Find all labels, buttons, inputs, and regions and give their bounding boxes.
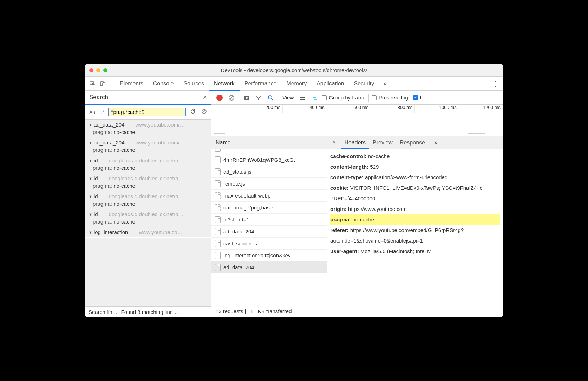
search-result[interactable]: ▼ ad_data_204 — www.youtube.com/…pragma:… xyxy=(85,137,211,155)
request-name: ad_status.js xyxy=(223,169,251,175)
request-row[interactable]: ad_data_204 xyxy=(211,226,327,238)
header-line[interactable]: referer: https://www.youtube.com/embed/G… xyxy=(330,225,500,246)
search-result[interactable]: ▼ id — googleads.g.doubleclick.net/p…pra… xyxy=(85,155,211,173)
header-line[interactable]: content-length: 529 xyxy=(330,162,500,172)
request-name: cast_sender.js xyxy=(223,240,257,246)
result-header-key: pragma: xyxy=(93,219,112,225)
request-row[interactable]: cast_sender.js xyxy=(211,238,327,250)
search-result[interactable]: ▼ id — googleads.g.doubleclick.net/p…pra… xyxy=(85,173,211,191)
request-name: remote.js xyxy=(223,181,245,187)
header-value: application/x-www-form-urlencoded xyxy=(365,174,447,180)
request-name: ad_data_204 xyxy=(223,264,254,270)
request-row[interactable]: ad_status.js xyxy=(211,166,327,178)
result-url: www.youtube.com/… xyxy=(135,140,185,146)
header-key: referer: xyxy=(330,227,349,233)
header-value: no-cache xyxy=(352,217,374,222)
search-result[interactable]: ▼ id — googleads.g.doubleclick.net/p…pra… xyxy=(85,191,211,209)
group-by-frame-label: Group by frame xyxy=(329,95,365,101)
request-row[interactable]: 4mrRnEPnWo81qWPG8_xcG… xyxy=(211,154,327,166)
settings-menu-button[interactable]: ⋮ xyxy=(491,79,500,88)
search-result[interactable]: ▼ id — googleads.g.doubleclick.net/p…pra… xyxy=(85,209,211,227)
search-panel: Search × Aa .* ▼ ad_data_204 — www.youtu… xyxy=(85,91,211,317)
timeline-activity-bar xyxy=(468,133,485,134)
header-line[interactable]: pragma: no-cache xyxy=(330,214,500,225)
search-icon[interactable] xyxy=(266,93,275,102)
network-toolbar: View: Group by frame Preserve log ✓ xyxy=(211,91,503,105)
group-by-frame-checkbox[interactable]: Group by frame xyxy=(322,95,365,101)
search-results-list: ▼ ad_data_204 — www.youtube.com/…pragma:… xyxy=(85,120,211,306)
tab-performance[interactable]: Performance xyxy=(240,77,282,91)
close-icon[interactable]: × xyxy=(203,93,207,101)
maximize-window-button[interactable] xyxy=(103,68,107,72)
request-row[interactable]: remote.js xyxy=(211,178,327,190)
search-result[interactable]: ▼ log_interaction — www.youtube.co… xyxy=(85,227,211,238)
request-row[interactable]: data:image/png;base… xyxy=(211,202,327,214)
minimize-window-button[interactable] xyxy=(96,68,100,72)
detail-tab-response[interactable]: Response xyxy=(396,136,429,149)
header-value: Mozilla/5.0 (Macintosh; Intel M xyxy=(360,248,432,254)
name-column-header[interactable]: Name xyxy=(211,136,327,149)
result-header-key: pragma: xyxy=(93,129,112,135)
list-view-icon[interactable] xyxy=(298,93,307,102)
header-line[interactable]: cookie: VISITOR_INFO1_LIVE=dDk0-xTswPs; … xyxy=(330,183,500,204)
timeline-tick: 400 ms xyxy=(283,105,327,113)
svg-rect-13 xyxy=(300,97,301,98)
svg-rect-14 xyxy=(301,97,305,98)
file-icon xyxy=(215,156,221,163)
tab-network[interactable]: Network xyxy=(209,77,240,91)
detail-tab-headers[interactable]: Headers xyxy=(341,136,369,149)
header-line[interactable]: user-agent: Mozilla/5.0 (Macintosh; Inte… xyxy=(330,246,500,257)
tab-application[interactable]: Application xyxy=(312,77,349,91)
screenshot-icon[interactable] xyxy=(242,93,251,102)
more-detail-tabs-button[interactable]: » xyxy=(431,139,440,146)
tab-security[interactable]: Security xyxy=(349,77,379,91)
waterfall-view-icon[interactable] xyxy=(310,93,319,102)
device-toggle-icon[interactable] xyxy=(98,79,107,88)
detail-tab-preview[interactable]: Preview xyxy=(369,136,396,149)
result-header-value: no-cache xyxy=(113,219,135,225)
chevron-down-icon: ▼ xyxy=(89,230,92,234)
timeline-tick: 200 ms xyxy=(239,105,283,113)
disable-cache-checkbox[interactable]: ✓ D xyxy=(413,95,422,101)
search-result[interactable]: ▼ ad_data_204 — www.youtube.com/…pragma:… xyxy=(85,120,211,137)
preserve-log-checkbox[interactable]: Preserve log xyxy=(372,95,408,101)
more-tabs-button[interactable]: » xyxy=(380,80,390,87)
file-icon xyxy=(215,149,221,152)
request-name: log_interaction?alt=json&key… xyxy=(223,252,296,258)
tab-elements[interactable]: Elements xyxy=(115,77,148,91)
header-line[interactable]: cache-control: no-cache xyxy=(330,151,500,162)
regex-toggle[interactable]: .* xyxy=(99,109,105,116)
refresh-icon[interactable] xyxy=(189,109,197,116)
clear-icon[interactable] xyxy=(200,109,208,116)
tab-console[interactable]: Console xyxy=(148,77,179,91)
search-input[interactable] xyxy=(108,108,186,116)
request-row[interactable] xyxy=(211,149,327,154)
clear-button[interactable] xyxy=(227,93,236,102)
svg-line-4 xyxy=(203,110,205,113)
svg-rect-2 xyxy=(103,83,105,86)
request-row[interactable]: maxresdefault.webp xyxy=(211,190,327,202)
inspect-element-icon[interactable] xyxy=(88,79,97,88)
svg-line-6 xyxy=(230,96,233,99)
svg-point-9 xyxy=(268,96,272,99)
header-line[interactable]: origin: https://www.youtube.com xyxy=(330,204,500,214)
request-row[interactable]: id?slf_rd=1 xyxy=(211,214,327,226)
timeline-activity-bar xyxy=(214,133,225,134)
record-button[interactable] xyxy=(215,93,224,102)
filter-icon[interactable] xyxy=(254,93,263,102)
result-header-value: no-cache xyxy=(113,165,135,171)
close-window-button[interactable] xyxy=(89,68,93,72)
result-name: ad_data_204 xyxy=(94,140,125,146)
timeline-overview[interactable]: 200 ms400 ms600 ms800 ms1000 ms1200 ms xyxy=(211,105,503,136)
match-case-toggle[interactable]: Aa xyxy=(88,109,97,116)
header-value: VISITOR_INFO1_LIVE=dDk0-xTswPs; YSC=t9Fh… xyxy=(330,185,484,201)
timeline-tick: 800 ms xyxy=(371,105,415,113)
result-header-value: no-cache xyxy=(113,147,135,153)
svg-rect-12 xyxy=(301,96,305,96)
close-detail-icon[interactable]: × xyxy=(330,139,338,146)
request-row[interactable]: ad_data_204 xyxy=(211,261,327,273)
tab-sources[interactable]: Sources xyxy=(178,77,209,91)
request-row[interactable]: log_interaction?alt=json&key… xyxy=(211,250,327,261)
tab-memory[interactable]: Memory xyxy=(281,77,312,91)
header-line[interactable]: content-type: application/x-www-form-url… xyxy=(330,172,500,183)
